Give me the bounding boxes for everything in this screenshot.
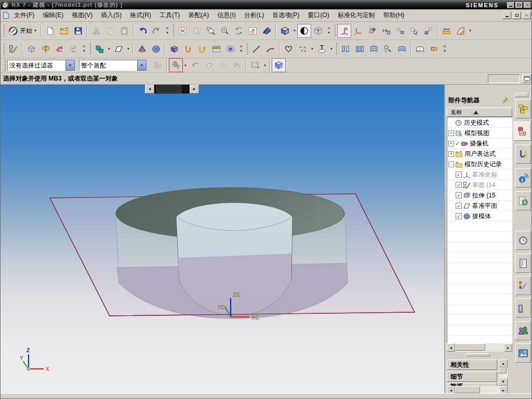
history-tab[interactable]: [515, 231, 531, 250]
menu-r[interactable]: 格式(R): [126, 9, 155, 21]
assembly-navigator-tab[interactable]: [515, 99, 531, 118]
project-curve-button[interactable]: [315, 42, 329, 56]
i-form-button[interactable]: [66, 42, 81, 56]
chevron-down-icon[interactable]: ▼: [34, 29, 37, 32]
resource-bar-stub[interactable]: [515, 93, 528, 97]
shaded-with-edges-button[interactable]: [297, 24, 311, 38]
block-button[interactable]: [167, 42, 181, 56]
minimize-button[interactable]: [507, 2, 514, 8]
through-curve-mesh-button[interactable]: [395, 42, 409, 56]
sections-vertical-scrollbar[interactable]: ▲ ▼: [499, 360, 508, 385]
undo-button[interactable]: [136, 24, 150, 38]
orient-view-button[interactable]: [278, 24, 292, 38]
section-相关性[interactable]: 相关性: [447, 360, 497, 370]
start-menu-button[interactable]: 开始▼: [6, 25, 39, 36]
scroll-left-icon[interactable]: ◄: [145, 85, 154, 94]
menu-h[interactable]: 帮助(H): [379, 9, 409, 21]
graphics-horizontal-scrollbar[interactable]: ◄ ►: [145, 85, 199, 94]
menu-v[interactable]: 视图(V): [68, 9, 97, 21]
scrollbar-track[interactable]: [154, 85, 190, 94]
point-set-button[interactable]: [296, 42, 310, 56]
datum-plane-button[interactable]: [112, 42, 126, 56]
toolbar-overflow-button[interactable]: »▼: [325, 26, 332, 35]
scroll-left-icon[interactable]: ◄: [447, 343, 455, 352]
chevron-down-icon[interactable]: ▼: [107, 47, 112, 50]
previous-selection-button[interactable]: [188, 58, 202, 72]
snapshot-button[interactable]: [365, 24, 379, 38]
pad-button[interactable]: [209, 42, 223, 56]
name-column-header[interactable]: 名称: [447, 108, 512, 117]
scrollbar-thumb[interactable]: [455, 343, 485, 351]
menu-t[interactable]: 工具(T): [155, 9, 184, 21]
show-hide-button[interactable]: [379, 24, 393, 38]
open-file-button[interactable]: [57, 24, 71, 38]
toolbar-handle[interactable]: [172, 24, 175, 37]
tube-button[interactable]: [195, 42, 209, 56]
static-wireframe-button[interactable]: [311, 24, 325, 38]
toolbar-overflow-button[interactable]: »▼: [164, 26, 171, 35]
move-object-button[interactable]: [393, 24, 407, 38]
sketch-button[interactable]: [6, 42, 20, 56]
zoom-in-out-button[interactable]: [218, 24, 232, 38]
users-tab[interactable]: [515, 321, 531, 340]
chevron-down-icon[interactable]: ▼: [137, 60, 147, 71]
tree-item-用户表达式[interactable]: +用户表达式: [447, 149, 512, 159]
wcs-dynamics-button[interactable]: [351, 24, 365, 38]
sketch-in-task-environment-button[interactable]: [92, 42, 107, 56]
visualization-tools-tab[interactable]: [515, 298, 531, 317]
restore-button[interactable]: [515, 2, 523, 8]
selection-tool-button[interactable]: [407, 24, 421, 38]
move-face-button[interactable]: [24, 42, 38, 56]
ruled-surface-button[interactable]: [339, 42, 353, 56]
menu-[interactable]: 标准化与定制: [334, 9, 379, 21]
snap-point-button[interactable]: [169, 58, 183, 72]
chevron-down-icon[interactable]: ▼: [65, 60, 75, 71]
chevron-down-icon[interactable]: ▼: [329, 47, 334, 50]
model-canvas[interactable]: ZC XC YC Z X Y: [1, 85, 445, 393]
perspective-button[interactable]: [260, 24, 274, 38]
measure-angle-button[interactable]: [454, 24, 468, 38]
checkbox-checked[interactable]: ✓: [456, 203, 462, 209]
toolbar-overflow-button[interactable]: »▼: [81, 44, 88, 54]
expand-icon[interactable]: +: [448, 141, 454, 147]
scroll-right-icon[interactable]: ►: [504, 343, 512, 352]
toolbar-handle[interactable]: [3, 42, 5, 56]
rectangle-select-button[interactable]: [248, 58, 262, 72]
menu-o[interactable]: 窗口(O): [303, 9, 333, 21]
checkbox-checked[interactable]: ✓: [456, 171, 462, 178]
line-button[interactable]: [249, 42, 263, 56]
tree-item-历史模式[interactable]: 历史模式: [447, 117, 512, 128]
redo-button[interactable]: [150, 24, 164, 38]
save-button[interactable]: [71, 24, 85, 38]
menu-l[interactable]: 分析(L): [240, 9, 269, 21]
expand-icon[interactable]: +: [448, 130, 454, 136]
mdi-close-button[interactable]: ×: [522, 11, 531, 19]
tree-item-模型视图[interactable]: +模型视图: [447, 128, 512, 138]
pin-icon[interactable]: [501, 97, 509, 104]
rotate-view-button[interactable]: [232, 24, 246, 38]
mdi-restore-button[interactable]: [512, 11, 521, 19]
selection-filter-combo[interactable]: 没有选择过滤器 ▼: [7, 60, 75, 71]
tree-item-基准平面[interactable]: ✓基准平面: [447, 201, 512, 211]
toolbar-handle[interactable]: [246, 42, 248, 56]
menu-p[interactable]: 首选项(P): [268, 9, 303, 21]
toolbar-overflow-button[interactable]: »▼: [237, 44, 245, 54]
chevron-down-icon[interactable]: ▼: [292, 29, 297, 32]
studio-spline-button[interactable]: [282, 42, 296, 56]
thicken-button[interactable]: [427, 42, 441, 56]
image-gallery-tab[interactable]: [515, 343, 531, 363]
section-细节[interactable]: 细节: [447, 371, 497, 382]
measure-distance-button[interactable]: [440, 24, 454, 38]
tree-item-拉伸15[interactable]: ✓拉伸 (15: [447, 190, 512, 201]
toolbar-handle[interactable]: [335, 42, 338, 56]
mdi-minimize-button[interactable]: [502, 11, 511, 19]
checkbox-checked[interactable]: ✓: [456, 192, 462, 198]
tree-item-摄像机[interactable]: +✓摄像机: [447, 138, 512, 149]
fit-view-button[interactable]: [176, 24, 190, 38]
revolve-button[interactable]: [149, 42, 163, 56]
part-navigator-tab[interactable]: [513, 122, 531, 141]
checkbox-checked[interactable]: ✓: [456, 213, 462, 219]
new-file-button[interactable]: [43, 24, 57, 38]
chevron-down-icon[interactable]: ▼: [183, 64, 188, 67]
close-button[interactable]: ×: [524, 2, 531, 8]
